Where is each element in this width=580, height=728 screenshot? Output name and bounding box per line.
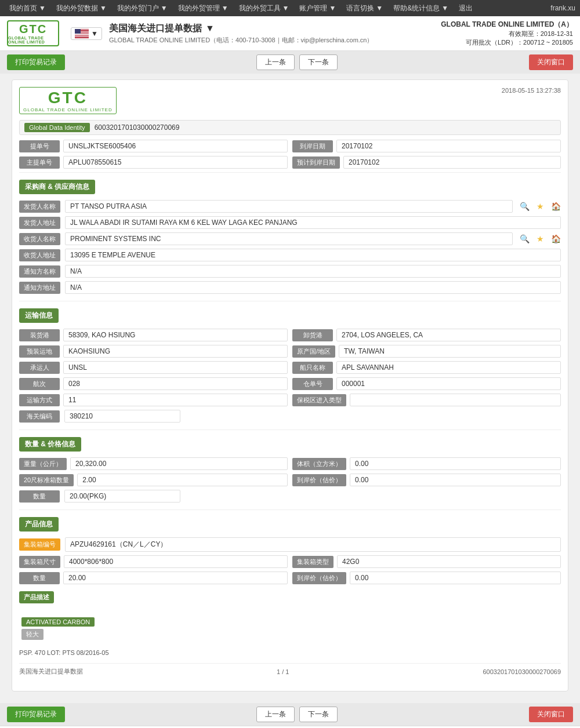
container20-field: 20尺标准箱数量 2.00	[19, 474, 288, 486]
nav-logout[interactable]: 退出	[454, 1, 477, 16]
next-button-top[interactable]: 下一条	[299, 54, 338, 70]
notify-addr-label: 通知方地址	[19, 282, 60, 294]
consignee-star-icon[interactable]: ★	[536, 234, 544, 243]
consignee-addr-label: 收货人地址	[19, 249, 60, 261]
vessel-label: 船只名称	[292, 362, 333, 374]
close-button-top[interactable]: 关闭窗口	[529, 54, 573, 70]
supplier-section: 采购商 & 供应商信息 发货人名称 PT TANSO PUTRA ASIA 🔍 …	[19, 176, 561, 294]
record-timestamp: 2018-05-15 13:27:38	[502, 87, 561, 94]
nav-account-arrow: ▼	[329, 4, 336, 12]
nav-help-arrow: ▼	[441, 4, 448, 12]
voyage-label: 航次	[19, 378, 60, 390]
print-button-top[interactable]: 打印贸易记录	[7, 54, 65, 70]
transport-mode-value: 11	[63, 394, 288, 406]
supplier-section-header: 采购商 & 供应商信息	[19, 180, 95, 194]
action-bar-top: 打印贸易记录 上一条 下一条 关闭窗口	[0, 51, 580, 74]
logo-gtc: GTC	[19, 23, 47, 36]
print-button-bottom[interactable]: 打印贸易记录	[7, 707, 65, 722]
nav-help[interactable]: 帮助&统计信息 ▼	[389, 1, 453, 16]
page-title: 美国海关进口提单数据 ▼	[109, 23, 441, 35]
voyage-value: 028	[63, 377, 288, 390]
load-port-label: 装货港	[19, 329, 60, 341]
nav-language-label: 语言切换	[346, 3, 374, 13]
top-navigation: 我的首页 ▼ 我的外贸数据 ▼ 我的外贸门户 ▼ 我的外贸管理 ▼ 我的外贸工具…	[0, 0, 580, 16]
container-no-row: 集装箱编号 APZU4629161（CN／L／CY）	[19, 537, 561, 552]
arrival-date-label: 到岸日期	[292, 140, 333, 152]
shipper-name-container: PT TANSO PUTRA ASIA 🔍 ★ 🏠	[65, 200, 561, 213]
volume-field: 体积（立方米） 0.00	[292, 457, 561, 470]
shipper-name-row: 发货人名称 PT TANSO PUTRA ASIA 🔍 ★ 🏠	[19, 200, 561, 213]
shipper-addr-value: JL WALA ABADI IR SUTAMI RAYA KM 6 KEL WA…	[65, 216, 561, 229]
product-section-header: 产品信息	[19, 517, 59, 532]
arrival-date-field: 到岸日期 20170102	[292, 140, 561, 152]
notify-addr-value: N/A	[65, 281, 561, 294]
estimated-arrival-value: 20170102	[343, 156, 561, 169]
consignee-search-icon[interactable]: 🔍	[520, 234, 530, 243]
customs-code-row: 海关编码 380210	[19, 410, 561, 423]
product-desc-row: 产品描述 ACTIVATED CARBON 轻大 PSP. 470 LOT: P…	[19, 588, 561, 658]
product-activated-tag: ACTIVATED CARBON	[21, 617, 95, 627]
product-price-value: 0.00	[350, 572, 561, 584]
record-id-footer: 600320170103000027006​9	[483, 668, 561, 675]
nav-home[interactable]: 我的首页 ▼	[5, 1, 50, 16]
prev-button-top[interactable]: 上一条	[256, 54, 295, 70]
prev-button-bottom[interactable]: 上一条	[256, 707, 295, 722]
quantity-section: 数量 & 价格信息 重量（公斤） 20,320.00 体积（立方米） 0.00 …	[19, 434, 561, 503]
shipper-star-icon[interactable]: ★	[536, 202, 544, 211]
footer-links: Company Website | Global Customs Data | …	[0, 726, 580, 728]
card-header: GTC GLOBAL TRADE ONLINE LIMITED 2018-05-…	[19, 87, 561, 114]
notify-name-label: 通知方名称	[19, 265, 60, 278]
product-qty-row: 数量 20.00 到岸价（估价） 0.00	[19, 572, 561, 584]
title-arrow: ▼	[205, 23, 215, 34]
transport-mode-row: 运输方式 11 保税区进入类型	[19, 394, 561, 406]
nav-trade-data-arrow: ▼	[100, 4, 107, 12]
next-button-bottom[interactable]: 下一条	[299, 707, 338, 722]
card-logo-gtc: GTC	[48, 89, 88, 107]
weight-field: 重量（公斤） 20,320.00	[19, 457, 288, 470]
container-no-value: APZU4629161（CN／L／CY）	[65, 537, 561, 552]
shipper-home-icon[interactable]: 🏠	[551, 202, 561, 211]
header-title-area: 美国海关进口提单数据 ▼ GLOBAL TRADE ONLINE LIMITED…	[109, 23, 441, 45]
shipper-search-icon[interactable]: 🔍	[520, 202, 530, 211]
customs-code-value: 380210	[64, 410, 180, 423]
container20-value: 2.00	[77, 474, 288, 486]
nav-account[interactable]: 账户管理 ▼	[295, 1, 340, 16]
header-company-name: GLOBAL TRADE ONLINE LIMITED（A）	[441, 20, 573, 30]
quantity-section-header: 数量 & 价格信息	[19, 437, 81, 452]
container-size-value: 4000*806*800	[64, 555, 288, 568]
card-logo: GTC GLOBAL TRADE ONLINE LIMITED	[19, 87, 117, 114]
consignee-name-label: 收货人名称	[19, 233, 60, 245]
gdi-label: Global Data Identity	[24, 123, 90, 132]
consignee-home-icon[interactable]: 🏠	[551, 234, 561, 243]
consignee-name-row: 收货人名称 PROMINENT SYSTEMS INC 🔍 ★ 🏠	[19, 232, 561, 245]
nav-management[interactable]: 我的外贸管理 ▼	[173, 1, 233, 16]
gdi-row: Global Data Identity 6003201701030000270…	[19, 120, 561, 135]
unload-port-field: 卸货港 2704, LOS ANGELES, CA	[292, 329, 561, 341]
gdi-value: 600320170103000027006​9	[95, 123, 180, 132]
company-logo: GTC GLOBAL TRADE ONLINE LIMITED	[7, 20, 59, 46]
nav-language[interactable]: 语言切换 ▼	[342, 1, 387, 16]
container-type-label: 集装箱类型	[292, 556, 334, 568]
nav-trade-data[interactable]: 我的外贸数据 ▼	[52, 1, 111, 16]
carrier-label: 承运人	[19, 362, 60, 374]
flag-selector[interactable]: ▼	[71, 27, 102, 40]
port-row: 装货港 58309, KAO HSIUNG 卸货港 2704, LOS ANGE…	[19, 329, 561, 341]
container-type-field: 集装箱类型 42G0	[292, 555, 561, 568]
user-info: frank.xu	[550, 4, 575, 12]
close-button-bottom[interactable]: 关闭窗口	[529, 707, 573, 722]
shipper-addr-label: 发货人地址	[19, 217, 60, 229]
origin-label: 原产国/地区	[292, 345, 335, 358]
nav-portal[interactable]: 我的外贸门户 ▼	[113, 1, 172, 16]
origin-field: 原产国/地区 TW, TAIWAN	[292, 345, 561, 358]
nav-portal-label: 我的外贸门户	[117, 3, 159, 13]
container-size-row: 集装箱尺寸 4000*806*800 集装箱类型 42G0	[19, 555, 561, 568]
us-flag-icon	[75, 29, 89, 38]
main-bill-label: 主提单号	[19, 156, 60, 169]
bill-no-value: UNSLJKTSE6005406	[63, 140, 288, 152]
nav-tools[interactable]: 我的外贸工具 ▼	[234, 1, 294, 16]
pagination-row: 美国海关进口提单数据 1 / 1 600320170103000027006​9	[19, 663, 561, 677]
product-qty-value: 20.00	[63, 572, 288, 584]
unload-port-label: 卸货港	[292, 329, 333, 341]
nav-trade-data-label: 我的外贸数据	[56, 3, 98, 13]
main-bill-field: 主提单号 APLU078550615	[19, 156, 288, 169]
